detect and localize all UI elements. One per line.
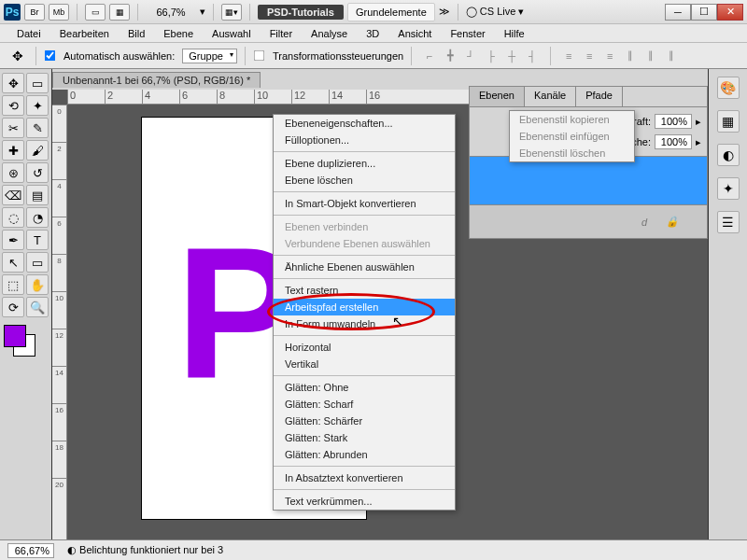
ctx-item[interactable]: In Smart-Objekt konvertieren [274,195,455,212]
arrange-docs-button[interactable]: ▦ [109,4,130,21]
ctx-item[interactable]: Ebeneneigenschaften... [274,115,455,132]
ctx-item[interactable]: In Absatztext konvertieren [274,469,455,486]
move-tool[interactable]: ✥ [2,73,24,93]
menu-auswahl[interactable]: Auswahl [203,26,261,41]
tab-ebenen[interactable]: Ebenen [470,87,525,106]
opacity-field[interactable] [655,114,692,129]
background-layer-row[interactable]: d 🔒 [469,205,708,239]
selected-layer-row[interactable] [469,157,708,205]
minibridge-button[interactable]: Mb [49,4,69,21]
auto-select-checkbox[interactable] [45,50,56,62]
ctx-item[interactable]: Ebene löschen [274,172,455,189]
eyedropper-tool[interactable]: ✎ [26,118,49,138]
options-bar: ✥ Automatisch auswählen: Gruppe Transfor… [0,43,747,69]
align-vcenter-icon[interactable]: ╋ [440,48,460,64]
blur-tool[interactable]: ◌ [2,207,24,228]
ctx-item[interactable]: Text rastern [274,282,455,299]
align-hcenter-icon[interactable]: ┼ [501,48,522,64]
color-panel-icon[interactable]: 🎨 [717,77,740,99]
screen-mode-button[interactable]: ▭ [85,4,106,21]
ctx-item[interactable]: Vertikal [274,356,455,372]
layers-panel-icon[interactable]: ☰ [717,211,740,233]
ctx-item[interactable]: Glätten: Scharf [274,396,455,413]
adjustments-panel-icon[interactable]: ◐ [717,144,740,166]
ctx-item[interactable]: Ähnliche Ebenen auswählen [274,259,455,275]
ctx-item[interactable]: Glätten: Abrunden [274,446,455,463]
auto-select-combo[interactable]: Gruppe [182,49,237,63]
dist-vcenter-icon[interactable]: ≡ [579,48,599,64]
flyout-copy-style[interactable]: Ebenenstil kopieren [510,111,634,128]
ctx-item[interactable]: In Form umwandeln [274,315,455,332]
ctx-item[interactable]: Glätten: Stark [274,429,455,446]
zoom-tool[interactable]: 🔍 [26,297,49,317]
move-tool-icon[interactable]: ✥ [7,48,28,64]
ctx-item[interactable]: Fülloptionen... [274,132,455,148]
menu-bearbeiten[interactable]: Bearbeiten [50,26,119,41]
ctx-item[interactable]: Text verkrümmen... [274,493,455,510]
ctx-item[interactable]: Ebene duplizieren... [274,155,455,172]
shape-tool[interactable]: ▭ [26,252,49,273]
foreground-color[interactable] [4,325,26,347]
marquee-tool[interactable]: ▭ [26,73,49,93]
ctx-item[interactable]: Glätten: Schärfer [274,413,455,429]
menu-ebene[interactable]: Ebene [154,26,203,41]
align-right-icon[interactable]: ┤ [522,48,543,64]
ctx-item[interactable]: Horizontal [274,339,455,356]
workspace-more[interactable]: ≫ [439,6,450,18]
fill-field[interactable] [655,134,692,149]
close-button[interactable]: ✕ [717,4,743,21]
align-bottom-icon[interactable]: ┘ [460,48,481,64]
magic-wand-tool[interactable]: ✦ [26,95,49,116]
clone-stamp-tool[interactable]: ⊛ [2,162,24,183]
color-swatch[interactable] [2,325,39,357]
zoom-level-field[interactable]: 66,7% [146,7,196,18]
3d-tool[interactable]: ⬚ [2,274,24,295]
maximize-button[interactable]: ☐ [691,4,717,21]
history-brush-tool[interactable]: ↺ [26,162,49,183]
crop-tool[interactable]: ✂ [2,118,24,138]
lasso-tool[interactable]: ⟲ [2,95,24,116]
extras-button[interactable]: ▦▾ [221,4,242,21]
align-top-icon[interactable]: ⌐ [419,48,440,64]
minimize-button[interactable]: ─ [665,4,691,21]
workspace-psd-tutorials[interactable]: PSD-Tutorials [258,5,344,20]
bridge-button[interactable]: Br [24,4,45,21]
type-tool[interactable]: T [26,230,49,250]
path-select-tool[interactable]: ↖ [2,252,24,273]
rotate-view-tool[interactable]: ⟳ [2,297,24,317]
brush-tool[interactable]: 🖌 [26,140,49,161]
menu-3d[interactable]: 3D [357,26,388,41]
transform-controls-checkbox[interactable] [254,50,265,62]
dist-left-icon[interactable]: ∥ [620,48,641,64]
tab-pfade[interactable]: Pfade [576,87,623,106]
ctx-item[interactable]: Glätten: Ohne [274,379,455,396]
dodge-tool[interactable]: ◔ [26,207,49,228]
align-left-icon[interactable]: ├ [481,48,501,64]
dist-bottom-icon[interactable]: ≡ [599,48,620,64]
menu-bild[interactable]: Bild [119,26,154,41]
eraser-tool[interactable]: ⌫ [2,185,24,205]
dist-hcenter-icon[interactable]: ∥ [641,48,661,64]
flyout-paste-style[interactable]: Ebenenstil einfügen [510,128,634,145]
hand-tool[interactable]: ✋ [26,274,49,295]
pen-tool[interactable]: ✒ [2,230,24,250]
flyout-delete-style[interactable]: Ebenenstil löschen [510,145,634,161]
healing-brush-tool[interactable]: ✚ [2,140,24,161]
menu-ansicht[interactable]: Ansicht [388,26,441,41]
cs-live-button[interactable]: ◯ CS Live ▾ [466,6,525,18]
styles-panel-icon[interactable]: ✦ [717,177,740,200]
status-zoom-field[interactable]: 66,67% [7,543,54,558]
document-tab[interactable]: Unbenannt-1 bei 66,7% (PSD, RGB/16) * [52,72,261,88]
menu-hilfe[interactable]: Hilfe [495,26,534,41]
menu-datei[interactable]: Datei [7,26,50,41]
menu-fenster[interactable]: Fenster [441,26,494,41]
dist-right-icon[interactable]: ∥ [661,48,682,64]
swatches-panel-icon[interactable]: ▦ [717,110,740,133]
workspace-grundelemente[interactable]: Grundelemente [347,3,435,21]
dist-top-icon[interactable]: ≡ [558,48,579,64]
menu-filter[interactable]: Filter [261,26,302,41]
ctx-item[interactable]: Arbeitspfad erstellen [274,299,455,315]
gradient-tool[interactable]: ▤ [26,185,49,205]
tab-kanaele[interactable]: Kanäle [525,87,576,106]
menu-analyse[interactable]: Analyse [302,26,357,41]
